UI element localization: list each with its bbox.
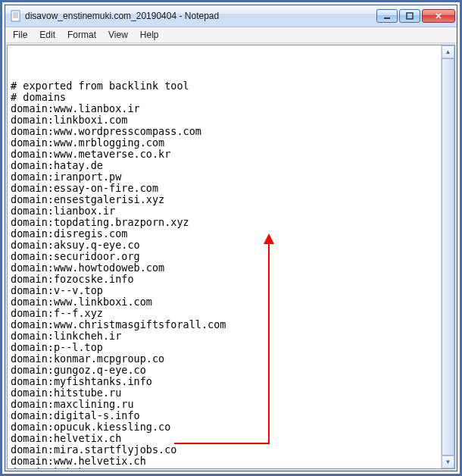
text-line: domain:p--l.top [11,342,438,353]
notepad-icon [10,10,22,22]
text-line: # exported from backlink tool [11,80,438,92]
text-line: # domains [11,92,438,103]
text-line: domain:ensestgalerisi.xyz [11,194,438,205]
text-line: domain:gungoz.q-eye.co [11,365,438,376]
text-line: domain:lianbox.ir [11,205,438,217]
text-line: domain:mira.startflyjobs.co [11,444,438,456]
text-line: domain:kokthansogreta.nu [11,467,438,468]
titlebar[interactable]: disavow_enstinemuki.com_20190404 - Notep… [5,5,457,27]
menubar: File Edit Format View Help [5,27,457,43]
maximize-button[interactable] [399,9,420,23]
text-line: domain:hitstube.ru [11,387,438,399]
text-line: domain:www.wordpresscompass.com [11,126,438,137]
menu-view[interactable]: View [102,27,134,42]
text-line: domain:www.metaverse.co.kr [11,149,438,160]
notepad-window: disavow_enstinemuki.com_20190404 - Notep… [5,5,457,471]
scroll-down-button[interactable]: ▼ [442,456,454,468]
text-line: domain:topdating.brazporn.xyz [11,217,438,228]
minimize-button[interactable] [376,9,398,23]
client-area: # exported from backlink tool# domainsdo… [7,45,455,469]
menu-help[interactable]: Help [134,27,165,42]
text-line: domain:iranport.pw [11,171,438,183]
menu-edit[interactable]: Edit [33,27,61,42]
text-line: domain:www.lianbox.ir [11,103,438,114]
text-line: domain:linkboxi.com [11,114,438,126]
text-line: domain:v--v.top [11,285,438,296]
text-line: domain:digital-s.info [11,410,438,421]
scroll-up-button[interactable]: ▲ [442,45,454,58]
svg-rect-6 [407,13,413,19]
close-button[interactable] [422,9,455,23]
text-line: domain:hatay.de [11,160,438,171]
text-line: domain:fozocske.info [11,274,438,285]
scroll-track[interactable] [442,58,454,456]
text-line: domain:konmar.mcpgroup.co [11,353,438,365]
text-line: domain:www.linkboxi.com [11,296,438,308]
text-area[interactable]: # exported from backlink tool# domainsdo… [8,45,441,468]
text-line: domain:helvetix.ch [11,433,438,444]
screenshot-frame: disavow_enstinemuki.com_20190404 - Notep… [0,0,462,476]
text-line: domain:www.helvetix.ch [11,456,438,467]
window-buttons [376,9,455,23]
window-title: disavow_enstinemuki.com_20190404 - Notep… [25,11,376,21]
menu-format[interactable]: Format [61,27,102,42]
vertical-scrollbar[interactable]: ▲ ▼ [441,45,454,468]
text-line: domain:f--f.xyz [11,308,438,319]
scroll-thumb[interactable] [442,58,454,456]
text-line: domain:www.christmasgiftsforall.com [11,319,438,330]
text-line: domain:securidoor.org [11,251,438,262]
text-line: domain:linkcheh.ir [11,330,438,342]
text-line: domain:essay-on-fire.com [11,183,438,194]
text-line: domain:opucuk.kiessling.co [11,421,438,433]
text-line: domain:myfishtanks.info [11,376,438,387]
text-line: domain:www.howtodoweb.com [11,262,438,274]
svg-rect-5 [384,17,390,19]
text-line: domain:maxclining.ru [11,399,438,410]
menu-file[interactable]: File [7,27,33,42]
text-line: domain:disregis.com [11,228,438,240]
text-line: domain:www.mrblogging.com [11,137,438,149]
text-line: domain:aksuy.q-eye.co [11,240,438,251]
